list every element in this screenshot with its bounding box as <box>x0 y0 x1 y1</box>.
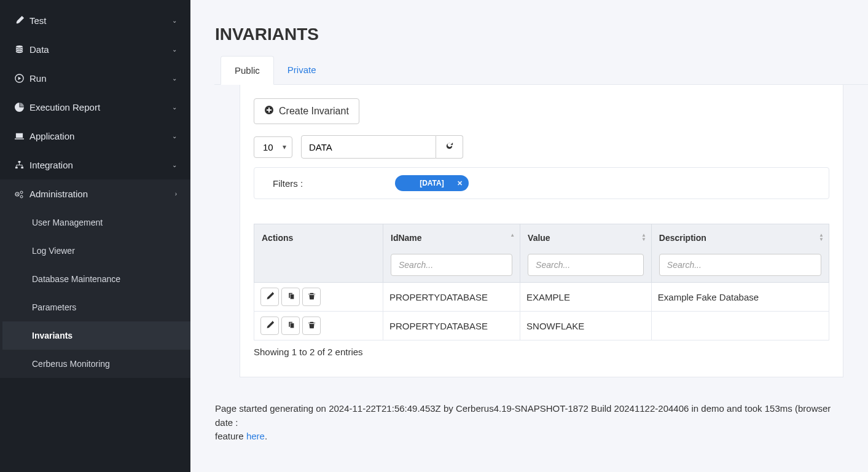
create-invariant-button[interactable]: Create Invariant <box>254 98 359 124</box>
table-row: PROPERTYDATABASE EXAMPLE Example Fake Da… <box>254 283 829 312</box>
sidebar-item-log-viewer[interactable]: Log Viewer <box>2 237 190 265</box>
chevron-down-icon: ⌄ <box>172 162 177 168</box>
chevron-down-icon: ⌄ <box>172 133 177 140</box>
sidebar-item-run[interactable]: Run ⌄ <box>0 64 190 93</box>
sidebar-item-label: Invariants <box>32 331 72 340</box>
delete-button[interactable] <box>302 317 321 335</box>
tabs: Public Private <box>214 56 868 85</box>
tab-public[interactable]: Public <box>221 56 274 85</box>
cell-value: SNOWFLAKE <box>520 312 652 340</box>
sidebar-item-label: Test <box>29 15 47 26</box>
trash-icon <box>308 292 316 302</box>
sidebar-item-label: Data <box>29 44 49 55</box>
sidebar-item-database-maintenance[interactable]: Database Maintenance <box>2 265 190 293</box>
cell-idname: PROPERTYDATABASE <box>383 283 520 312</box>
sidebar-admin-submenu: User Management Log Viewer Database Main… <box>2 208 190 378</box>
column-search-idname[interactable] <box>391 254 512 276</box>
edit-button[interactable] <box>260 288 279 306</box>
column-header-actions: Actions <box>254 224 383 283</box>
sidebar-item-label: Application <box>29 131 74 141</box>
copy-button[interactable] <box>281 288 300 306</box>
refresh-icon <box>445 141 454 152</box>
invariants-table: Actions IdName ▲ Value ▲▼ <box>254 224 829 340</box>
sidebar-item-label: Administration <box>29 189 88 199</box>
sidebar-item-label: Cerberus Monitoring <box>32 359 110 369</box>
plus-circle-icon <box>264 105 274 117</box>
sidebar-item-execution-report[interactable]: Execution Report ⌄ <box>0 93 190 122</box>
footer-text: Page started generating on 2024-11-22T21… <box>190 390 868 456</box>
column-search-value[interactable] <box>528 254 644 276</box>
sidebar-item-administration[interactable]: Administration › <box>2 179 190 208</box>
global-search-input[interactable] <box>301 135 436 159</box>
cogs-icon <box>14 189 25 199</box>
filter-chip-label: [DATA] <box>420 179 444 187</box>
chevron-right-icon: › <box>175 191 177 197</box>
sidebar-item-label: Log Viewer <box>32 246 75 256</box>
sidebar-item-label: Database Maintenance <box>32 274 120 284</box>
svg-rect-3 <box>21 167 23 168</box>
column-header-value[interactable]: Value ▲▼ <box>520 224 652 283</box>
edit-button[interactable] <box>260 317 279 335</box>
svg-point-5 <box>17 194 18 195</box>
sidebar: Test ⌄ Data ⌄ Run ⌄ Execution Report ⌄ A… <box>0 0 190 472</box>
sidebar-item-integration[interactable]: Integration ⌄ <box>0 151 190 179</box>
tab-private[interactable]: Private <box>274 56 330 84</box>
chevron-down-icon: ⌄ <box>172 104 177 111</box>
svg-rect-1 <box>18 161 20 163</box>
delete-button[interactable] <box>302 288 321 306</box>
filter-chip-data[interactable]: [DATA] ✕ <box>395 175 469 191</box>
chevron-down-icon: ⌄ <box>172 75 177 82</box>
sort-icon: ▲▼ <box>641 233 646 242</box>
copy-icon <box>287 292 295 302</box>
sidebar-item-label: Execution Report <box>29 102 100 112</box>
sidebar-item-invariants[interactable]: Invariants <box>2 321 190 350</box>
filters-bar: Filters : [DATA] ✕ <box>254 167 829 199</box>
sidebar-item-parameters[interactable]: Parameters <box>2 293 190 321</box>
chevron-down-icon: ⌄ <box>172 17 177 24</box>
panel-body: Create Invariant 10 <box>240 85 843 377</box>
pie-chart-icon <box>14 103 25 112</box>
cell-description <box>651 312 829 340</box>
sidebar-item-cerberus-monitoring[interactable]: Cerberus Monitoring <box>2 350 190 378</box>
chevron-down-icon: ⌄ <box>172 46 177 53</box>
row-actions <box>260 288 377 306</box>
cell-idname: PROPERTYDATABASE <box>383 312 520 340</box>
database-icon <box>14 45 25 54</box>
sidebar-item-application[interactable]: Application ⌄ <box>0 122 190 151</box>
sidebar-item-label: User Management <box>32 218 103 227</box>
laptop-icon <box>14 132 25 141</box>
brand-logo-fragment <box>0 0 190 6</box>
sidebar-section-administration: Administration › User Management Log Vie… <box>0 179 190 378</box>
sort-icon: ▲ <box>510 233 515 237</box>
row-actions <box>260 317 377 335</box>
refresh-button[interactable] <box>436 135 463 159</box>
toolbar-row: 10 <box>254 135 829 159</box>
trash-icon <box>308 321 316 331</box>
column-header-description[interactable]: Description ▲▼ <box>651 224 829 283</box>
table-info: Showing 1 to 2 of 2 entries <box>254 340 829 363</box>
edit-square-icon <box>14 16 25 25</box>
cell-description: Example Fake Database <box>651 283 829 312</box>
sitemap-icon <box>14 160 25 170</box>
close-icon[interactable]: ✕ <box>457 179 463 187</box>
sidebar-item-data[interactable]: Data ⌄ <box>0 35 190 64</box>
sidebar-item-user-management[interactable]: User Management <box>2 208 190 237</box>
page-size-select[interactable]: 10 <box>254 136 292 158</box>
svg-rect-2 <box>15 167 17 168</box>
feature-here-link[interactable]: here <box>246 431 265 441</box>
sidebar-item-label: Integration <box>29 160 73 170</box>
column-search-description[interactable] <box>659 254 821 276</box>
pencil-icon <box>266 292 274 302</box>
play-circle-icon <box>14 74 25 83</box>
cell-value: EXAMPLE <box>520 283 652 312</box>
copy-button[interactable] <box>281 317 300 335</box>
filters-label: Filters : <box>273 178 303 189</box>
svg-point-7 <box>20 195 23 198</box>
sidebar-item-test[interactable]: Test ⌄ <box>0 6 190 35</box>
svg-point-6 <box>20 191 23 194</box>
pencil-icon <box>266 321 274 331</box>
copy-icon <box>287 321 295 331</box>
sidebar-item-label: Parameters <box>32 302 76 312</box>
column-header-idname[interactable]: IdName ▲ <box>383 224 520 283</box>
sort-icon: ▲▼ <box>819 233 824 242</box>
